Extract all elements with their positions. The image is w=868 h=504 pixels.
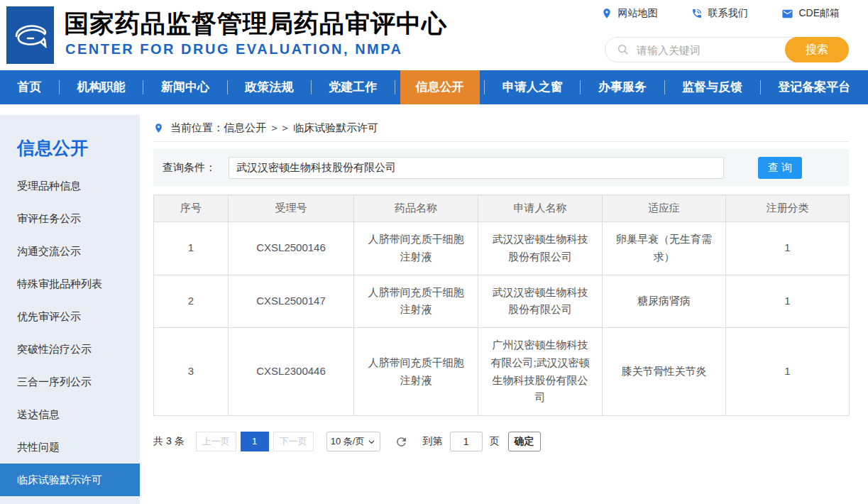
sidebar: 信息公开 受理品种信息 审评任务公示 沟通交流公示 特殊审批品种列表 优先审评公…: [0, 115, 140, 504]
mail-link[interactable]: CDE邮箱: [781, 7, 840, 20]
nav-item-registration-platform[interactable]: 登记备案平台: [765, 70, 863, 104]
confirm-button[interactable]: 确定: [508, 432, 541, 451]
nav-divider: [580, 80, 581, 94]
table-row: 1 CXSL2500146 人脐带间充质干细胞注射液 武汉汉密顿生物科技股份有限…: [154, 222, 850, 275]
table-cell: CXSL2500146: [229, 222, 354, 275]
header-search-input[interactable]: [630, 44, 786, 56]
sidebar-item-delivery-info[interactable]: 送达信息: [0, 398, 140, 431]
sidebar-item-communication[interactable]: 沟通交流公示: [0, 235, 140, 268]
query-panel: 查询条件： 查 询: [153, 149, 849, 186]
table-cell: 人脐带间充质干细胞注射液: [354, 222, 478, 275]
table-cell: 糖尿病肾病: [603, 275, 726, 328]
sidebar-item-accepted-varieties[interactable]: 受理品种信息: [0, 170, 140, 202]
header-cell-acceptance-no: 受理号: [229, 195, 354, 222]
sidebar-item-three-in-one[interactable]: 三合一序列公示: [0, 366, 140, 398]
refresh-button[interactable]: [395, 434, 409, 449]
sidebar-title: 信息公开: [0, 115, 140, 170]
site-title: 国家药品监督管理局药品审评中心: [64, 7, 447, 40]
nav-item-home[interactable]: 首页: [5, 70, 55, 104]
table-cell: 2: [154, 275, 229, 328]
contact-link[interactable]: 联系我们: [691, 7, 747, 20]
sitemap-link[interactable]: 网站地图: [601, 7, 657, 20]
phone-icon: [691, 8, 703, 19]
quick-links: 网站地图 联系我们 CDE邮箱: [601, 7, 840, 20]
search-icon: [605, 43, 630, 56]
table-cell: 1: [154, 222, 229, 275]
nav-divider: [664, 80, 665, 94]
results-table: 序号 受理号 药品名称 申请人名称 适应症 注册分类 1 CXSL2500146…: [153, 195, 850, 416]
table-cell: 武汉汉密顿生物科技股份有限公司: [478, 222, 603, 275]
nav-item-services[interactable]: 办事服务: [586, 70, 659, 104]
sidebar-item-review-tasks[interactable]: 审评任务公示: [0, 202, 140, 235]
table-cell: 3: [154, 328, 229, 416]
table-row: 3 CXSL2300446 人脐带间充质干细胞注射液 广州汉密顿生物科技有限公司…: [154, 328, 850, 416]
sidebar-item-special-approval[interactable]: 特殊审批品种列表: [0, 268, 140, 300]
query-label: 查询条件：: [163, 161, 216, 175]
header-cell-index: 序号: [154, 195, 229, 222]
goto-page-input[interactable]: [450, 432, 483, 451]
nav-item-applicant-window[interactable]: 申请人之窗: [490, 70, 576, 104]
page-size-select[interactable]: 10 条/页: [326, 432, 380, 451]
nav-item-supervision-feedback[interactable]: 监督与反馈: [669, 70, 755, 104]
header: 国家药品监督管理局药品审评中心 CENTER FOR DRUG EVALUATI…: [0, 0, 868, 70]
header-cell-applicant: 申请人名称: [478, 195, 603, 222]
table-cell: 卵巢早衰（无生育需求）: [603, 222, 726, 275]
header-search: 搜索: [605, 37, 849, 62]
nav-item-news[interactable]: 新闻中心: [148, 70, 222, 104]
header-cell-indication: 适应症: [603, 195, 726, 222]
nav-divider: [484, 80, 485, 94]
nav-item-functions[interactable]: 机构职能: [65, 70, 138, 104]
nav-item-party-building[interactable]: 党建工作: [316, 70, 390, 104]
nav-divider: [760, 80, 761, 94]
table-cell: 1: [726, 328, 850, 416]
table-cell: 人脐带间充质干细胞注射液: [354, 328, 478, 416]
table-cell: 广州汉密顿生物科技有限公司;武汉汉密顿生物科技股份有限公司: [478, 328, 603, 416]
sidebar-item-common-issues[interactable]: 共性问题: [0, 431, 140, 464]
main-nav: 首页 机构职能 新闻中心 政策法规 党建工作 信息公开 申请人之窗 办事服务 监…: [0, 70, 868, 104]
prev-page-button[interactable]: 上一页: [196, 432, 236, 451]
query-input[interactable]: [229, 157, 724, 179]
cde-logo: [6, 6, 54, 64]
sitemap-link-label: 网站地图: [617, 7, 657, 20]
next-page-button[interactable]: 下一页: [273, 432, 314, 451]
location-pin-icon: [153, 123, 164, 133]
nav-item-info-disclosure[interactable]: 信息公开: [400, 70, 480, 104]
breadcrumb-text: 当前位置：信息公开 ＞＞ 临床试验默示许可: [170, 121, 378, 135]
table-cell: CXSL2300446: [229, 328, 354, 416]
goto-label: 到第: [423, 435, 443, 448]
header-search-button[interactable]: 搜索: [785, 37, 849, 62]
sidebar-item-priority-review[interactable]: 优先审评公示: [0, 300, 140, 333]
total-count: 共 3 条: [153, 435, 185, 448]
table-cell: 人脐带间充质干细胞注射液: [354, 275, 478, 328]
table-cell: CXSL2500147: [229, 275, 354, 328]
main-content: 当前位置：信息公开 ＞＞ 临床试验默示许可 查询条件： 查 询 序号 受理号 药…: [153, 115, 849, 451]
contact-link-label: 联系我们: [708, 7, 747, 20]
cde-logo-emblem: [12, 19, 49, 52]
pagination: 共 3 条 上一页 1 下一页 10 条/页 到第 页 确定: [153, 432, 849, 451]
chevron-down-icon: [368, 438, 375, 446]
page-size-value: 10 条/页: [331, 435, 365, 448]
nav-divider: [395, 80, 395, 94]
table-header-row: 序号 受理号 药品名称 申请人名称 适应症 注册分类: [154, 195, 850, 222]
sidebar-item-clinical-trial-implied-license[interactable]: 临床试验默示许可: [0, 464, 140, 496]
mail-icon: [781, 8, 793, 20]
query-button[interactable]: 查 询: [758, 157, 802, 179]
table-cell: 1: [726, 275, 850, 328]
nav-divider: [59, 80, 60, 94]
header-cell-registration-class: 注册分类: [726, 195, 850, 222]
nav-divider: [227, 80, 228, 94]
nav-divider: [311, 80, 312, 94]
header-cell-drug-name: 药品名称: [354, 195, 478, 222]
nav-divider: [143, 80, 143, 94]
table-cell: 膝关节骨性关节炎: [603, 328, 726, 416]
table-cell: 1: [726, 222, 850, 275]
sidebar-item-breakthrough-therapy[interactable]: 突破性治疗公示: [0, 333, 140, 366]
table-cell: 武汉汉密顿生物科技股份有限公司: [478, 275, 603, 328]
site-subtitle: CENTER FOR DRUG EVALUATION, NMPA: [65, 41, 403, 57]
page-unit-label: 页: [490, 435, 500, 448]
current-page-button[interactable]: 1: [241, 432, 269, 451]
mail-link-label: CDE邮箱: [798, 7, 840, 20]
breadcrumb: 当前位置：信息公开 ＞＞ 临床试验默示许可: [153, 115, 849, 142]
nav-item-policies[interactable]: 政策法规: [232, 70, 306, 104]
refresh-icon: [395, 435, 408, 449]
